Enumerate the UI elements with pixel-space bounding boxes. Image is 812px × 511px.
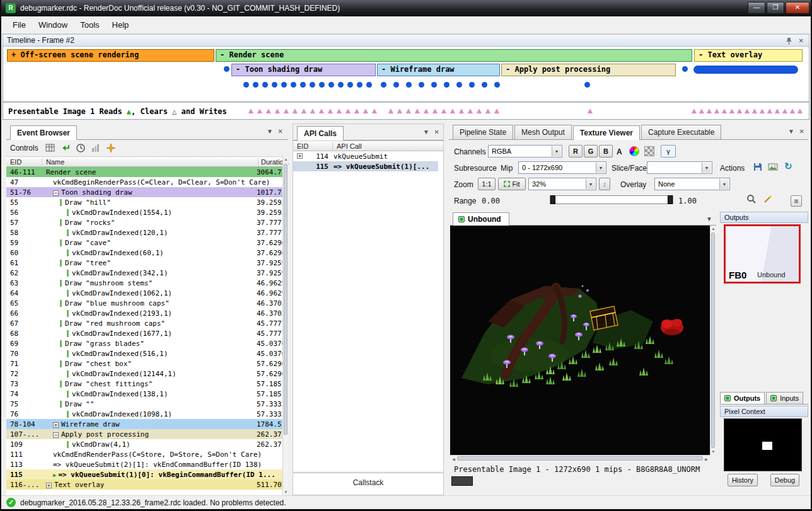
timeline-bar--text-overlay[interactable]: - Text overlay (694, 49, 803, 62)
write-usage-triangle-icon[interactable]: ▲ (387, 106, 395, 115)
event-browser-scrollbar[interactable]: ▲ ▼ (282, 156, 288, 495)
event-row[interactable]: 74vkCmdDrawIndexed(138,1)57.18518 (6, 389, 282, 399)
event-row[interactable]: 116-...+Text overlay511.7037 (6, 479, 282, 490)
scroll-down-icon[interactable]: ▼ (283, 490, 289, 494)
collapse-icon[interactable]: − (53, 432, 59, 438)
title-bar[interactable]: R debugmarker.rdc - RenderDoc Unofficial… (1, 0, 811, 16)
draw-event-dot[interactable] (406, 82, 412, 88)
tab-event-browser[interactable]: Event Browser (10, 125, 77, 140)
scroll-right-icon[interactable]: ▶ (704, 457, 709, 461)
gamma-button[interactable]: γ (661, 145, 676, 158)
history-button[interactable]: History (728, 474, 758, 486)
refresh-icon[interactable]: ↻ (784, 161, 792, 172)
scroll-up-icon[interactable]: ▲ (283, 158, 289, 161)
chevron-down-icon[interactable]: ▼ (788, 129, 794, 135)
checkerboard-icon[interactable] (644, 146, 654, 156)
tab-pipeline-state[interactable]: Pipeline State (453, 125, 513, 139)
write-usage-triangle-icon[interactable]: ▲ (713, 106, 721, 115)
debug-button[interactable]: Debug (770, 474, 799, 486)
tab-capture-executable[interactable]: Capture Executable (641, 125, 721, 139)
menu-help[interactable]: Help (106, 18, 136, 32)
event-row[interactable]: 51-76−Toon shading draw1017.7... (6, 187, 282, 197)
tab-unbound-texture[interactable]: Unbound (453, 212, 509, 226)
collapse-icon[interactable]: − (53, 190, 59, 196)
write-usage-triangle-icon[interactable]: ▲ (721, 106, 728, 115)
write-usage-triangle-icon[interactable]: ▲ (300, 106, 308, 115)
scroll-up-icon[interactable]: ▲ (710, 227, 716, 231)
draw-event-dot[interactable] (281, 82, 287, 88)
flip-y-button[interactable]: ↕ (599, 178, 610, 190)
callstack-splitter[interactable] (293, 472, 443, 474)
event-row[interactable]: 64vkCmdDrawIndexed(1062,1)46.96296 (6, 288, 282, 298)
write-usage-triangle-icon[interactable]: ▲ (789, 106, 796, 115)
tab-mesh-output[interactable]: Mesh Output (514, 125, 572, 139)
draw-event-dot[interactable] (319, 82, 325, 88)
timeline-bar--off-screen-scene-rendering[interactable]: + Off-screen scene rendering (7, 49, 214, 62)
draw-event-dot[interactable] (253, 82, 258, 88)
scroll-left-icon[interactable]: ◀ (451, 457, 456, 461)
zoom-fit-button[interactable]: Fit (498, 178, 526, 190)
event-row[interactable]: 107-...−Apply post processing262.37... (6, 429, 282, 439)
draw-event-dot[interactable] (262, 82, 268, 88)
event-row[interactable]: 56vkCmdDrawIndexed(1554,1)39.25926 (6, 207, 282, 217)
write-usage-triangle-icon[interactable]: ▲ (728, 106, 736, 115)
write-usage-triangle-icon[interactable]: ▲ (449, 106, 456, 115)
write-usage-triangle-icon[interactable]: ▲ (327, 106, 334, 115)
write-usage-triangle-icon[interactable]: ▲ (405, 106, 412, 115)
menu-file[interactable]: File (6, 18, 32, 32)
draw-event-dot[interactable] (338, 82, 344, 88)
event-row[interactable]: 55Draw "hill"39.25926 (6, 197, 282, 207)
expand-icon[interactable]: + (46, 483, 52, 488)
write-usage-triangle-icon[interactable]: ▲ (422, 106, 430, 115)
event-row[interactable]: 63Draw "mushroom stems"46.96296 (6, 278, 282, 288)
tab-api-calls[interactable]: API Calls (297, 126, 344, 141)
event-row[interactable]: 113=> vkQueueSubmit(2)[1]: vkEndCommandB… (6, 459, 282, 469)
timeline-bar--apply-post-processing[interactable]: - Apply post processing (501, 64, 676, 76)
draw-event-dot[interactable] (682, 66, 688, 72)
close-icon[interactable]: ✕ (434, 129, 439, 135)
timeline-bar--toon-shading-draw[interactable]: - Toon shading draw (231, 64, 376, 76)
write-usage-triangle-icon[interactable]: ▲ (396, 106, 403, 115)
event-row[interactable]: 76vkCmdDrawIndexed(1098,1)57.33333 (6, 409, 282, 419)
tab-outputs[interactable]: Outputs (720, 392, 765, 404)
write-usage-triangle-icon[interactable]: ▲ (475, 106, 483, 115)
viewport-hscrollbar[interactable]: ◀ ▶ (450, 455, 710, 461)
draw-event-dot[interactable] (456, 82, 462, 88)
menu-tools[interactable]: Tools (74, 18, 105, 32)
timeline-panel-header[interactable]: Timeline - Frame #2 ✕ (3, 34, 809, 47)
event-row[interactable]: 78-104+Wireframe draw1784.5... (6, 419, 282, 429)
write-usage-triangle-icon[interactable]: ▲ (586, 106, 594, 115)
timeline-bar--wireframe-draw[interactable]: - Wireframe draw (377, 64, 500, 76)
draw-event-dot[interactable] (243, 82, 249, 88)
draw-event-dot[interactable] (431, 82, 437, 88)
write-usage-triangle-icon[interactable]: ▲ (440, 106, 448, 115)
expand-icon[interactable]: + (53, 422, 59, 428)
event-row[interactable]: 109vkCmdDraw(4,1)262.37... (6, 439, 282, 449)
api-calls-column-header[interactable]: EID API Call (293, 141, 443, 151)
bookmark-grid-icon[interactable] (45, 143, 55, 153)
write-usage-triangle-icon[interactable]: ▲ (353, 106, 361, 115)
close-icon[interactable]: ✕ (799, 129, 804, 135)
stats-chart-icon[interactable] (91, 143, 101, 153)
save-icon[interactable] (753, 162, 763, 172)
scroll-down-icon[interactable]: ▼ (710, 450, 716, 454)
write-usage-triangle-icon[interactable]: ▲ (247, 106, 255, 115)
write-usage-triangle-icon[interactable]: ▲ (414, 106, 421, 115)
fb0-thumbnail[interactable]: FB0 Unbound (724, 224, 801, 284)
draw-event-dot[interactable] (300, 82, 306, 88)
range-white-handle[interactable] (668, 195, 673, 204)
write-usage-triangle-icon[interactable]: ▲ (698, 106, 705, 115)
chevron-down-icon[interactable]: ▼ (706, 216, 712, 222)
zoom-level-select[interactable]: 32%▼ (528, 178, 596, 190)
write-usage-triangle-icon[interactable]: ▲ (318, 106, 325, 115)
pin-icon[interactable] (786, 37, 792, 46)
write-usage-triangle-icon[interactable]: ▲ (484, 106, 492, 115)
viewport-vscrollbar[interactable]: ▲ ▼ (710, 226, 716, 455)
event-row[interactable]: 68vkCmdDrawIndexed(1677,1)45.77778 (6, 328, 282, 338)
write-usage-triangle-icon[interactable]: ▲ (743, 106, 751, 115)
write-usage-triangle-icon[interactable]: ▲ (766, 106, 774, 115)
draw-event-dot[interactable] (357, 82, 362, 88)
event-row[interactable]: 66vkCmdDrawIndexed(2193,1)46.37037 (6, 308, 282, 318)
draw-event-dot[interactable] (272, 82, 277, 88)
event-row[interactable]: 67Draw "red mushroom caps"45.77778 (6, 318, 282, 328)
